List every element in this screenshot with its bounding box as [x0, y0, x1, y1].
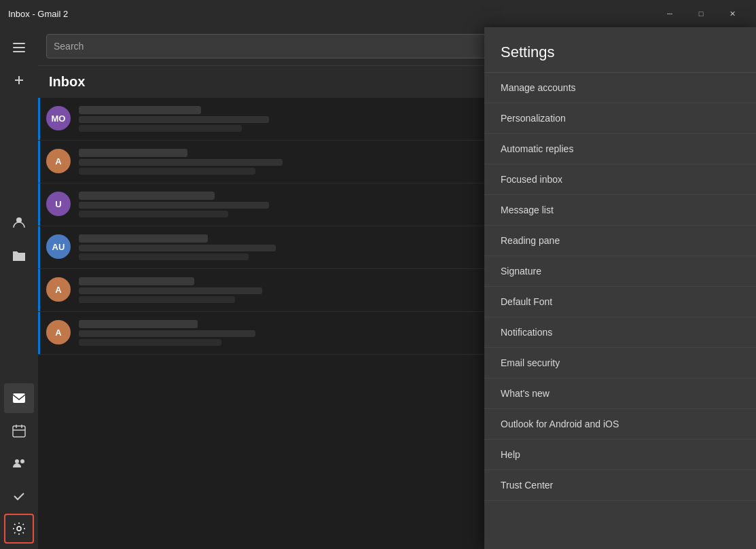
email-from [79, 106, 201, 114]
email-subject [79, 330, 255, 337]
email-subject [79, 202, 269, 209]
nav-settings-icon[interactable] [4, 514, 34, 544]
svg-rect-7 [13, 426, 25, 437]
email-preview [79, 125, 242, 132]
avatar: A [46, 277, 71, 302]
email-preview [79, 296, 235, 303]
settings-item-automatic-replies[interactable]: Automatic replies [484, 134, 756, 164]
avatar: AU [46, 234, 71, 259]
maximize-button[interactable]: □ [685, 0, 717, 27]
settings-panel: Settings Manage accounts Personalization… [484, 27, 756, 549]
svg-point-13 [17, 527, 21, 531]
settings-item-signature[interactable]: Signature [484, 256, 756, 287]
email-subject [79, 245, 276, 251]
settings-item-personalization[interactable]: Personalization [484, 103, 756, 134]
settings-header: Settings [484, 27, 756, 73]
avatar: A [46, 149, 71, 173]
settings-item-trust-center[interactable]: Trust Center [484, 470, 756, 501]
settings-title: Settings [501, 43, 740, 61]
avatar: MO [46, 106, 71, 130]
svg-point-11 [15, 459, 19, 463]
window-controls: ─ □ ✕ [654, 0, 748, 27]
settings-item-message-list[interactable]: Message list [484, 195, 756, 226]
close-button[interactable]: ✕ [717, 0, 748, 27]
window-title: Inbox - Gmail 2 [8, 9, 654, 19]
settings-item-whats-new[interactable]: What's new [484, 378, 756, 409]
nav-tasks-icon[interactable] [4, 481, 34, 511]
settings-item-focused-inbox[interactable]: Focused inbox [484, 164, 756, 195]
settings-item-outlook-mobile[interactable]: Outlook for Android and iOS [484, 409, 756, 440]
titlebar: Inbox - Gmail 2 ─ □ ✕ [0, 0, 756, 27]
svg-rect-0 [13, 43, 25, 44]
email-from [79, 192, 215, 200]
email-preview [79, 211, 228, 217]
settings-item-email-security[interactable]: Email security [484, 348, 756, 378]
svg-rect-2 [13, 51, 25, 52]
nav-mail-icon[interactable] [4, 383, 34, 413]
email-preview [79, 168, 255, 175]
nav-menu-icon[interactable] [4, 33, 34, 63]
email-from [79, 234, 208, 243]
svg-point-12 [20, 459, 24, 463]
email-preview [79, 339, 221, 346]
nav-calendar-icon[interactable] [4, 416, 34, 446]
settings-item-reading-pane[interactable]: Reading pane [484, 226, 756, 256]
settings-item-manage-accounts[interactable]: Manage accounts [484, 73, 756, 103]
email-subject [79, 116, 269, 123]
email-preview [79, 253, 249, 260]
avatar: U [46, 192, 71, 216]
avatar: A [46, 320, 71, 344]
settings-item-default-font[interactable]: Default Font [484, 287, 756, 317]
settings-item-notifications[interactable]: Notifications [484, 317, 756, 348]
email-from [79, 320, 198, 328]
email-from [79, 277, 194, 285]
svg-rect-1 [13, 47, 25, 48]
email-subject [79, 159, 283, 166]
nav-folder-icon[interactable] [4, 241, 34, 270]
settings-item-help[interactable]: Help [484, 440, 756, 470]
app-container: Search 🔍 Inbox All ▼ [0, 27, 756, 549]
nav-people-icon[interactable] [4, 208, 34, 238]
svg-rect-6 [13, 393, 25, 403]
nav-rail [0, 27, 38, 549]
nav-compose-icon[interactable] [4, 65, 34, 95]
email-from [79, 149, 187, 157]
minimize-button[interactable]: ─ [654, 0, 685, 27]
email-subject [79, 287, 262, 294]
nav-contacts-icon[interactable] [4, 448, 34, 478]
